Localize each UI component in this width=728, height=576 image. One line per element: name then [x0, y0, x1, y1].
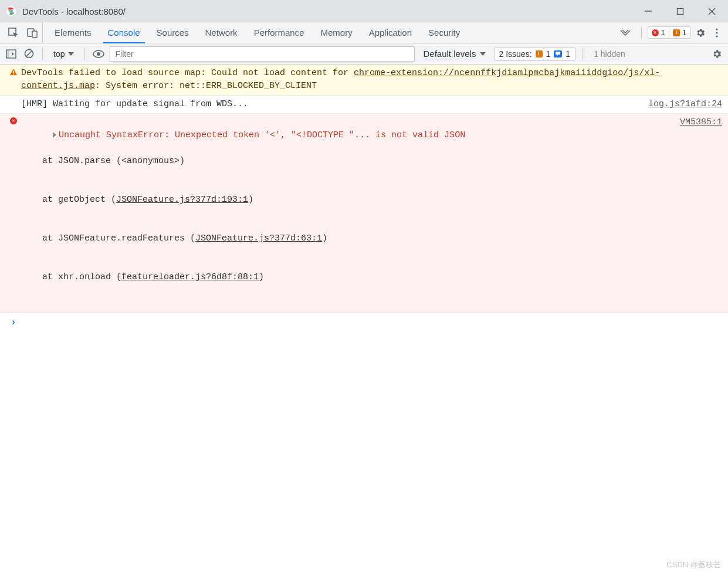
chevron-down-icon	[480, 52, 486, 56]
tab-performance[interactable]: Performance	[246, 22, 313, 43]
error-icon: ✕	[652, 29, 659, 36]
chevron-down-icon	[68, 52, 74, 56]
svg-rect-19	[556, 52, 560, 55]
live-expression-icon[interactable]	[92, 48, 105, 60]
log-text: [HMR] Waiting for update signal from WDS…	[21, 98, 641, 111]
inspect-element-icon[interactable]	[7, 26, 20, 39]
warn-text-post: : System error: net::ERR_BLOCKED_BY_CLIE…	[95, 81, 317, 91]
svg-point-12	[716, 35, 717, 37]
svg-rect-21	[13, 74, 13, 74]
maximize-button[interactable]	[674, 5, 686, 17]
context-value: top	[53, 49, 65, 59]
error-count: 1	[661, 28, 665, 37]
close-button[interactable]	[706, 5, 717, 17]
console-output: DevTools failed to load source map: Coul…	[0, 65, 728, 576]
device-toolbar-icon[interactable]	[26, 26, 39, 39]
tab-application[interactable]: Application	[361, 22, 420, 43]
console-prompt[interactable]: ›	[0, 313, 728, 331]
prompt-caret-icon: ›	[11, 316, 16, 329]
window-title: DevTools - localhost:8080/	[22, 6, 126, 16]
log-levels-select[interactable]: Default levels	[419, 49, 489, 59]
tab-memory[interactable]: Memory	[313, 22, 361, 43]
svg-point-11	[716, 32, 717, 33]
svg-rect-20	[13, 70, 13, 73]
error-warning-badges[interactable]: ✕1 !1	[648, 26, 690, 39]
error-message: Uncaught SyntaxError: Unexpected token '…	[59, 130, 465, 140]
svg-rect-14	[6, 50, 9, 58]
issues-pill[interactable]: 2 Issues: !1 1	[494, 47, 576, 61]
console-settings-icon[interactable]	[710, 48, 723, 60]
settings-icon[interactable]	[694, 26, 707, 39]
svg-rect-9	[32, 31, 37, 38]
console-sidebar-toggle-icon[interactable]	[5, 48, 18, 60]
titlebar: DevTools - localhost:8080/	[0, 0, 728, 22]
minimize-button[interactable]	[642, 5, 654, 17]
console-error-row[interactable]: ✕ Uncaught SyntaxError: Unexpected token…	[0, 114, 728, 313]
hidden-count[interactable]: 1 hidden	[590, 49, 629, 59]
log-source-link[interactable]: log.js?1afd:24	[648, 99, 722, 109]
console-filterbar: top Default levels 2 Issues: !1 1 1 hidd…	[0, 43, 728, 65]
clear-console-icon[interactable]	[22, 48, 35, 60]
chrome-logo-icon	[6, 6, 16, 16]
levels-label: Default levels	[423, 49, 476, 59]
stack-link[interactable]: JSONFeature.js?377d:63:1	[195, 233, 322, 243]
tab-console[interactable]: Console	[100, 22, 148, 43]
stack-line: at JSON.parse (<anonymous>)	[21, 155, 673, 168]
tab-sources[interactable]: Sources	[148, 22, 197, 43]
warning-icon: !	[673, 29, 680, 36]
tab-security[interactable]: Security	[420, 22, 468, 43]
watermark: CSDN @荔枝芒	[666, 560, 721, 570]
warning-count: 1	[682, 28, 686, 37]
warning-icon: !	[536, 50, 543, 57]
tab-strip: Elements Console Sources Network Perform…	[46, 22, 615, 43]
issues-info-count: 1	[566, 49, 570, 59]
error-icon: ✕	[10, 117, 17, 124]
console-warning-row[interactable]: DevTools failed to load source map: Coul…	[0, 65, 728, 96]
tabs-overflow-icon[interactable]	[615, 22, 635, 43]
warning-triangle-icon	[9, 68, 18, 76]
svg-point-18	[97, 52, 100, 56]
devtools-tabbar: Elements Console Sources Network Perform…	[0, 22, 728, 43]
context-selector[interactable]: top	[50, 48, 77, 60]
svg-point-10	[716, 28, 717, 30]
stack-link[interactable]: featureloader.js?6d8f:88:1	[121, 272, 259, 282]
svg-rect-4	[677, 8, 683, 14]
error-source-link[interactable]: VM5385:1	[680, 117, 722, 127]
stack-line: at getObject (JSONFeature.js?377d:193:1)	[21, 194, 673, 206]
kebab-menu-icon[interactable]	[710, 26, 723, 39]
stack-line: at JSONFeature.readFeatures (JSONFeature…	[21, 232, 673, 245]
filter-input[interactable]	[110, 46, 415, 62]
console-log-row[interactable]: [HMR] Waiting for update signal from WDS…	[0, 96, 728, 114]
warn-text-pre: DevTools failed to load source map: Coul…	[21, 68, 354, 78]
issues-label: 2 Issues:	[499, 49, 532, 59]
svg-line-16	[26, 51, 32, 57]
stack-line: at xhr.onload (featureloader.js?6d8f:88:…	[21, 271, 673, 284]
info-icon	[554, 50, 562, 57]
stack-link[interactable]: JSONFeature.js?377d:193:1	[116, 195, 248, 205]
disclosure-triangle-icon[interactable]	[53, 132, 56, 138]
tab-network[interactable]: Network	[197, 22, 246, 43]
tab-elements[interactable]: Elements	[46, 22, 100, 43]
issues-warn-count: 1	[546, 49, 551, 59]
